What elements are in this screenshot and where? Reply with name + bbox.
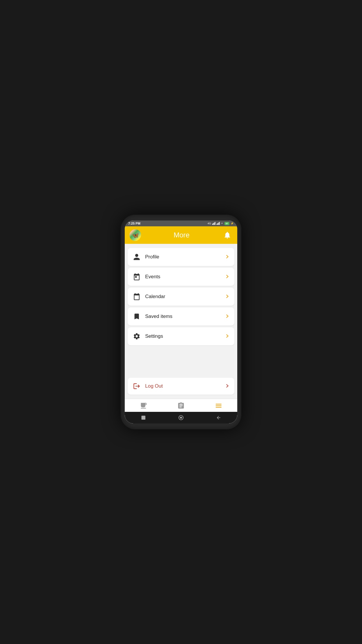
nav-more-button[interactable] bbox=[209, 401, 228, 410]
phone-screen: 7:25 PM 4G ⚬ 97 ⚡ bbox=[125, 220, 237, 424]
events-menu-item[interactable]: Events bbox=[128, 268, 234, 286]
saved-items-chevron-icon bbox=[225, 313, 230, 320]
android-back-button[interactable] bbox=[210, 414, 227, 421]
nav-news-button[interactable] bbox=[134, 401, 153, 410]
wifi-icon: ⚬ bbox=[221, 222, 223, 225]
charging-icon: ⚡ bbox=[231, 222, 234, 225]
signal-icon bbox=[212, 222, 215, 225]
android-square-button[interactable] bbox=[135, 414, 152, 421]
events-icon bbox=[132, 272, 141, 281]
main-content: Profile Events bbox=[125, 244, 237, 399]
saved-items-label: Saved items bbox=[145, 314, 221, 319]
saved-items-menu-item[interactable]: Saved items bbox=[128, 307, 234, 326]
network-icon: 4G bbox=[208, 222, 211, 225]
settings-menu-item[interactable]: Settings bbox=[128, 327, 234, 345]
avatar[interactable]: 🦋 bbox=[129, 229, 141, 241]
logout-label: Log Out bbox=[145, 383, 221, 389]
person-icon bbox=[132, 253, 141, 261]
calendar-label: Calendar bbox=[145, 294, 221, 300]
nav-clipboard-button[interactable] bbox=[171, 401, 191, 410]
settings-chevron-icon bbox=[225, 333, 230, 340]
header: 🦋 More bbox=[125, 226, 237, 244]
logout-menu-item[interactable]: Log Out bbox=[128, 378, 234, 395]
status-bar: 7:25 PM 4G ⚬ 97 ⚡ bbox=[125, 220, 237, 226]
phone-device: 7:25 PM 4G ⚬ 97 ⚡ bbox=[121, 215, 241, 429]
events-label: Events bbox=[145, 274, 221, 280]
profile-label: Profile bbox=[145, 254, 221, 260]
events-chevron-icon bbox=[225, 274, 230, 280]
logout-chevron-icon bbox=[225, 383, 230, 390]
page-title: More bbox=[141, 231, 222, 239]
avatar-image: 🦋 bbox=[129, 229, 141, 241]
bookmark-icon bbox=[132, 312, 141, 321]
bottom-nav bbox=[125, 399, 237, 412]
status-icons: 4G ⚬ 97 ⚡ bbox=[208, 222, 234, 225]
battery-indicator: 97 bbox=[224, 222, 229, 225]
android-nav-bar bbox=[125, 412, 237, 424]
profile-chevron-icon bbox=[225, 254, 230, 260]
svg-point-3 bbox=[180, 417, 182, 419]
logout-icon bbox=[132, 382, 141, 390]
content-spacer bbox=[128, 347, 234, 376]
android-home-button[interactable] bbox=[172, 414, 190, 422]
calendar-chevron-icon bbox=[225, 293, 230, 300]
gear-icon bbox=[132, 332, 141, 341]
settings-label: Settings bbox=[145, 333, 221, 339]
status-time: 7:25 PM bbox=[128, 222, 140, 225]
calendar-icon bbox=[132, 292, 141, 301]
wifi-signal-icon bbox=[217, 222, 220, 225]
profile-menu-item[interactable]: Profile bbox=[128, 248, 234, 266]
notification-bell-button[interactable] bbox=[222, 230, 233, 240]
calendar-menu-item[interactable]: Calendar bbox=[128, 288, 234, 306]
svg-rect-1 bbox=[141, 416, 145, 420]
